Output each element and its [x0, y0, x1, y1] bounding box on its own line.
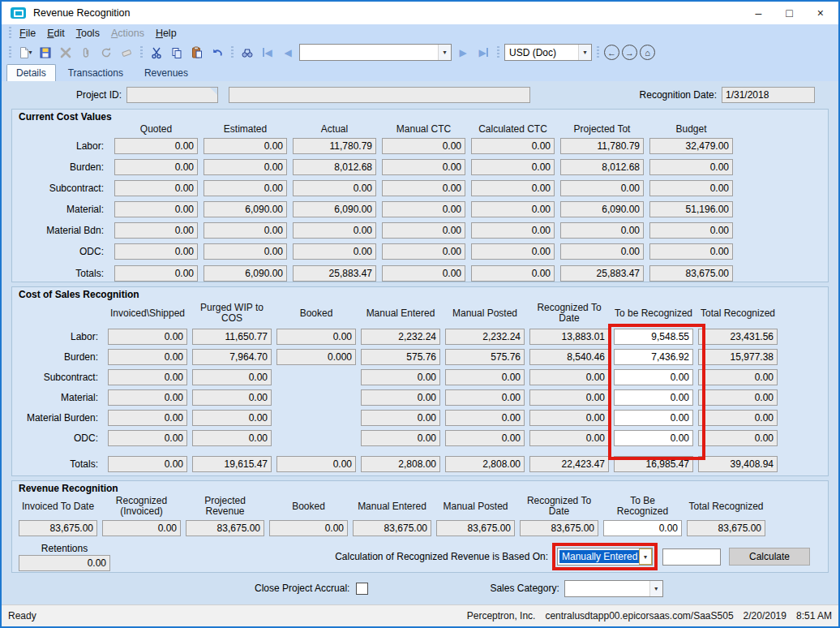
cos-subcontract-to-be-recognized-field[interactable]: 0.00: [614, 369, 693, 385]
ccv-material-projected-tot-field: 6,090.00: [560, 201, 644, 217]
cos-col-total-recognized: Total Recognized: [698, 308, 778, 319]
cos-material-burden-recognized-to-date-field: 0.00: [529, 410, 609, 426]
ccv-col-projected-tot: Projected Tot: [560, 124, 644, 135]
cos-header-row: Invoiced\Shipped Purged WIP to COS Booke…: [19, 300, 821, 326]
menu-tools[interactable]: Tools: [71, 26, 105, 41]
cos-odc-invoiced-shipped-field: 0.00: [108, 430, 187, 446]
menu-actions[interactable]: Actions: [105, 26, 150, 41]
first-record-button[interactable]: ◀: [259, 44, 276, 62]
cos-material-to-be-recognized-field[interactable]: 0.00: [614, 389, 693, 406]
rev-col-manual-entered: Manual Entered: [353, 501, 431, 512]
menu-help[interactable]: Help: [150, 26, 182, 41]
ccv-material-bdn-quoted-field: 0.00: [114, 222, 198, 239]
cos-material-burden-to-be-recognized-field[interactable]: 0.00: [614, 410, 693, 426]
chevron-down-icon[interactable]: ▾: [578, 45, 591, 60]
ccv-odc-quoted-field: 0.00: [114, 243, 198, 260]
rev-col-total-recognized: Total Recognized: [687, 501, 765, 512]
tab-details[interactable]: Details: [6, 64, 56, 81]
status-state: Ready: [8, 610, 36, 622]
attachment-button[interactable]: [77, 44, 95, 62]
forward-arrow-icon: →: [625, 48, 634, 58]
cos-burden-to-be-recognized-field[interactable]: 7,436.92: [614, 349, 693, 365]
record-search-combobox[interactable]: ▾: [299, 44, 452, 61]
toolbar-separator: [231, 46, 234, 59]
minimize-button[interactable]: –: [756, 7, 762, 19]
forward-button[interactable]: →: [622, 45, 637, 60]
chevron-down-icon[interactable]: ▾: [639, 548, 652, 565]
ccv-material-bdn-actual-field: 0.00: [293, 222, 376, 239]
copy-button[interactable]: [168, 44, 186, 62]
back-arrow-icon: ←: [607, 48, 616, 58]
ccv-subcontract-quoted-field: 0.00: [114, 180, 198, 196]
cos-labor-invoiced-shipped-field: 0.00: [108, 329, 187, 345]
sales-category-combobox[interactable]: ▾: [564, 580, 663, 597]
cos-col-booked: Booked: [276, 308, 356, 319]
cos-col-recognized-to-date: Recognized To Date: [529, 303, 609, 324]
ccv-totals-actual-field: 25,883.47: [293, 265, 376, 282]
ccv-row: Material:0.006,090.006,090.000.000.006,0…: [19, 199, 821, 220]
menu-file[interactable]: File: [14, 26, 41, 41]
clear-button[interactable]: [118, 44, 135, 62]
last-record-button[interactable]: ▶: [474, 44, 492, 62]
first-record-icon: ◀: [264, 47, 272, 58]
cut-button[interactable]: [148, 44, 165, 62]
calc-basis-select[interactable]: Manually Entered ▾: [557, 548, 653, 566]
rev-col-manual-posted: Manual Posted: [436, 501, 515, 512]
cos-row-label: Material:: [19, 392, 103, 403]
cos-row-label: ODC:: [19, 432, 103, 444]
close-button[interactable]: ×: [817, 7, 824, 19]
calculate-button[interactable]: Calculate: [729, 548, 810, 566]
ccv-subcontract-projected-tot-field: 0.00: [560, 180, 644, 196]
undo-button[interactable]: [208, 44, 226, 62]
home-button[interactable]: ⌂: [640, 45, 655, 60]
ccv-labor-calculated-ctc-field: 0.00: [471, 138, 555, 154]
revenue-value-booked-field: 0.00: [269, 520, 348, 536]
find-button[interactable]: [238, 44, 256, 62]
delete-button[interactable]: [57, 44, 75, 62]
maximize-button[interactable]: □: [786, 7, 792, 19]
menu-edit[interactable]: Edit: [41, 26, 71, 41]
chevron-down-icon[interactable]: ▾: [649, 581, 662, 596]
cos-totals-manual-posted-field: 2,808.00: [445, 456, 525, 472]
project-id-field[interactable]: [126, 87, 218, 103]
ccv-row-label: Subcontract:: [19, 183, 109, 194]
calc-aux-input[interactable]: [662, 548, 721, 566]
back-button[interactable]: ←: [604, 45, 619, 60]
paste-button[interactable]: [188, 44, 206, 62]
revenue-value-to-be-recognized-field[interactable]: 0.00: [603, 520, 682, 536]
cost-of-sales-panel: Cost of Sales Recognition Invoiced\Shipp…: [11, 286, 829, 476]
app-icon: [11, 7, 26, 19]
save-icon: [39, 46, 52, 59]
recognition-date-field[interactable]: 1/31/2018: [722, 87, 815, 103]
clipboard-icon: [191, 46, 204, 59]
revenue-value-recognized-invoiced-field: 0.00: [102, 520, 181, 536]
cos-col-invoiced-shipped: Invoiced\Shipped: [108, 308, 187, 319]
ccv-row: Burden:0.000.008,012.680.000.008,012.680…: [19, 157, 821, 178]
ccv-labor-manual-ctc-field: 0.00: [382, 138, 465, 154]
currency-combobox[interactable]: USD (Doc) ▾: [504, 44, 592, 61]
new-document-button[interactable]: ▾: [16, 44, 34, 62]
close-project-accrual-checkbox[interactable]: [356, 583, 368, 595]
cos-subcontract-total-recognized-field: 0.00: [698, 369, 778, 385]
cos-subcontract-invoiced-shipped-field: 0.00: [108, 369, 187, 385]
save-button[interactable]: [36, 44, 54, 62]
details-page: Project ID: Recognition Date: 1/31/2018 …: [2, 81, 838, 604]
tab-transactions[interactable]: Transactions: [59, 65, 132, 81]
cost-of-sales-title: Cost of Sales Recognition: [19, 289, 821, 300]
highlight-box-calc-dropdown: Manually Entered ▾: [552, 543, 658, 570]
chevron-down-icon[interactable]: ▾: [438, 45, 451, 60]
revenue-recognition-panel: Revenue Recognition Invoiced To Date Rec…: [11, 480, 829, 573]
cos-odc-to-be-recognized-field[interactable]: 0.00: [614, 430, 693, 446]
next-record-button[interactable]: ▶: [454, 44, 472, 62]
cos-totals-booked-field: 0.00: [276, 456, 356, 472]
ccv-col-actual: Actual: [293, 124, 376, 135]
ccv-subcontract-budget-field: 0.00: [649, 180, 733, 196]
previous-record-button[interactable]: ◀: [279, 44, 297, 62]
cos-burden-manual-posted-field: 575.76: [445, 349, 525, 365]
cos-labor-to-be-recognized-field[interactable]: 9,548.55: [614, 329, 693, 345]
tab-revenues[interactable]: Revenues: [135, 65, 197, 81]
refresh-button[interactable]: [97, 44, 115, 62]
cos-totals-total-recognized-field: 39,408.94: [698, 456, 778, 472]
cos-labor-purged-wip-to-cos-field: 11,650.77: [192, 329, 272, 345]
cos-material-burden-invoiced-shipped-field: 0.00: [108, 410, 187, 426]
